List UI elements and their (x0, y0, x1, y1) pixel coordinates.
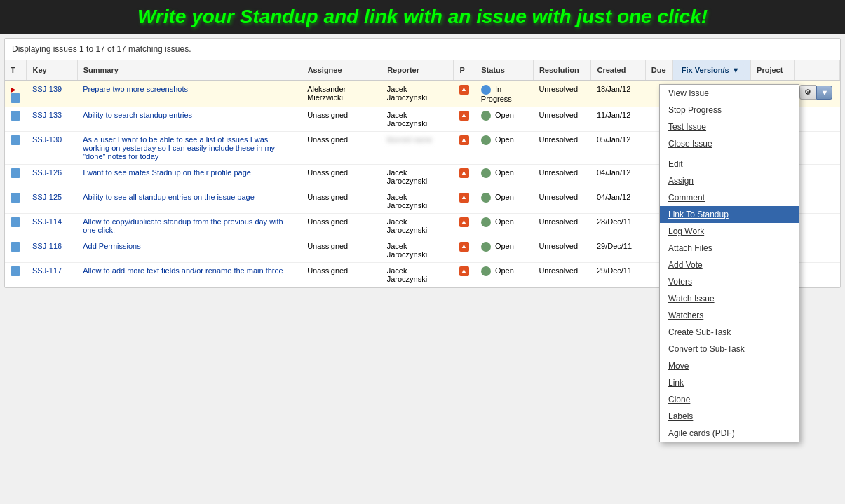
status-text: Open (495, 135, 514, 144)
summary-cell[interactable]: Allow to add more text fields and/or ren… (77, 263, 302, 287)
summary-link[interactable]: Allow to copy/duplicate standup from the… (83, 217, 283, 234)
priority-icon (459, 266, 469, 276)
reporter-cell: Jacek Jaroczynski (381, 238, 454, 263)
banner-title: Write your Standup and link with an issu… (11, 6, 834, 28)
issue-key-cell[interactable]: SSJ-126 (27, 165, 77, 189)
col-created[interactable]: Created (591, 60, 645, 81)
priority-icon (459, 217, 469, 227)
action-button-group[interactable]: ⚙ ▼ (799, 85, 832, 100)
menu-divider-1 (660, 154, 799, 154)
type-icon-cell (5, 132, 27, 165)
type-icon (11, 193, 20, 203)
issue-key-cell[interactable]: SSJ-114 (27, 214, 77, 238)
menu-item-attach-files[interactable]: Attach Files (660, 240, 799, 257)
created-cell: 11/Jan/12 (591, 107, 645, 132)
issue-key-link[interactable]: SSJ-139 (32, 85, 62, 93)
issue-key-link[interactable]: SSJ-125 (32, 193, 62, 201)
assignee-cell: Unassigned (302, 107, 381, 132)
assignee-cell: Unassigned (302, 263, 381, 287)
status-cell: Open (475, 132, 534, 165)
menu-item-view-issue[interactable]: View Issue (660, 85, 799, 102)
status-cell: Open (475, 238, 534, 263)
summary-cell[interactable]: Ability to see all standup entries on th… (77, 189, 302, 214)
summary-link[interactable]: Allow to add more text fields and/or ren… (83, 266, 283, 275)
menu-item-watchers[interactable]: Watchers (660, 307, 799, 324)
menu-item-create-sub-task[interactable]: Create Sub-Task (660, 324, 799, 341)
table-header-row: T Key Summary Assignee Reporter P Status… (5, 60, 840, 81)
menu-item-link[interactable]: Link (660, 374, 799, 391)
menu-item-labels[interactable]: Labels (660, 408, 799, 425)
issue-key-cell[interactable]: SSJ-125 (27, 189, 77, 214)
col-project[interactable]: Project (751, 60, 795, 81)
summary-link[interactable]: Ability to see all standup entries on th… (83, 193, 255, 201)
summary-cell[interactable]: I want to see mates Stadnup on their pro… (77, 165, 302, 189)
assignee-cell: Unassigned (302, 238, 381, 263)
status-text: Open (495, 266, 514, 275)
menu-item-comment[interactable]: Comment (660, 189, 799, 206)
resolution-cell: Unresolved (533, 165, 591, 189)
col-fix-version[interactable]: Fix Version/s ▼ (672, 60, 750, 81)
menu-item-edit[interactable]: Edit (660, 156, 799, 172)
menu-item-voters[interactable]: Voters (660, 273, 799, 290)
status-icon (481, 266, 491, 276)
col-reporter[interactable]: Reporter (381, 60, 454, 81)
resolution-cell: Unresolved (533, 132, 591, 165)
reporter-cell: blurred name (381, 132, 454, 165)
summary-cell[interactable]: As a user I want to be able to see a lis… (77, 132, 302, 165)
priority-icon (459, 135, 469, 145)
issue-key-link[interactable]: SSJ-133 (32, 111, 62, 119)
col-assignee[interactable]: Assignee (302, 60, 381, 81)
col-status[interactable]: Status (475, 60, 534, 81)
col-key[interactable]: Key (27, 60, 77, 81)
priority-cell (454, 189, 475, 214)
issue-key-cell[interactable]: SSJ-117 (27, 263, 77, 287)
col-resolution[interactable]: Resolution (533, 60, 591, 81)
action-gear-button[interactable]: ⚙ (799, 85, 816, 100)
menu-item-link-to-standup[interactable]: Link To Standup (660, 206, 799, 223)
issue-key-cell[interactable]: SSJ-139 (27, 81, 77, 107)
menu-item-assign[interactable]: Assign (660, 172, 799, 189)
summary-link[interactable]: Ability to search standup entries (83, 111, 192, 119)
col-due[interactable]: Due (645, 60, 672, 81)
priority-cell (454, 107, 475, 132)
status-cell: Open (475, 107, 534, 132)
menu-item-test-issue[interactable]: Test Issue (660, 118, 799, 135)
resolution-cell: Unresolved (533, 263, 591, 287)
action-dropdown-button[interactable]: ▼ (816, 86, 832, 100)
type-icon (11, 168, 20, 178)
issue-key-cell[interactable]: SSJ-133 (27, 107, 77, 132)
menu-item-move[interactable]: Move (660, 357, 799, 374)
menu-item-clone[interactable]: Clone (660, 391, 799, 408)
menu-item-watch-issue[interactable]: Watch Issue (660, 290, 799, 307)
issue-key-link[interactable]: SSJ-117 (32, 266, 62, 275)
status-icon (481, 193, 491, 203)
menu-item-close-issue[interactable]: Close Issue (660, 135, 799, 152)
gear-icon: ⚙ (804, 88, 811, 97)
summary-cell[interactable]: Allow to copy/duplicate standup from the… (77, 214, 302, 238)
menu-item-agile-cards[interactable]: Agile cards (PDF) (660, 425, 799, 442)
summary-cell[interactable]: Add Permissions (77, 238, 302, 263)
summary-cell[interactable]: Prepare two more screenshots (77, 81, 302, 107)
issue-key-link[interactable]: SSJ-130 (32, 135, 62, 144)
issue-key-link[interactable]: SSJ-116 (32, 242, 62, 250)
menu-item-add-vote[interactable]: Add Vote (660, 257, 799, 273)
reporter-cell: Jacek Jaroczynski (381, 189, 454, 214)
action-cell (794, 165, 839, 189)
reporter-cell: Jacek Jaroczynski (381, 81, 454, 107)
issue-key-link[interactable]: SSJ-126 (32, 168, 62, 177)
sort-icon: ▼ (732, 66, 740, 74)
issue-key-cell[interactable]: SSJ-130 (27, 132, 77, 165)
summary-link[interactable]: Add Permissions (83, 242, 141, 250)
summary-link[interactable]: I want to see mates Stadnup on their pro… (83, 168, 251, 177)
action-cell[interactable]: ⚙ ▼ (794, 81, 839, 107)
summary-link[interactable]: Prepare two more screenshots (83, 85, 188, 93)
issue-key-link[interactable]: SSJ-114 (32, 217, 62, 226)
menu-item-stop-progress[interactable]: Stop Progress (660, 102, 799, 118)
menu-item-convert-sub-task[interactable]: Convert to Sub-Task (660, 341, 799, 357)
resolution-cell: Unresolved (533, 81, 591, 107)
col-summary[interactable]: Summary (77, 60, 302, 81)
issue-key-cell[interactable]: SSJ-116 (27, 238, 77, 263)
menu-item-log-work[interactable]: Log Work (660, 223, 799, 240)
summary-cell[interactable]: Ability to search standup entries (77, 107, 302, 132)
summary-link[interactable]: As a user I want to be able to see a lis… (83, 135, 275, 161)
